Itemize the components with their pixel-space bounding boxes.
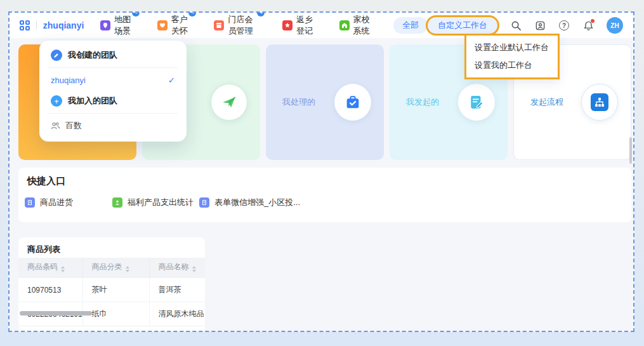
product-table: 商品条码 商品分类 商品名称 10970513 茶叶 普洱茶 xyxy=(18,258,205,326)
team-item-current[interactable]: zhuqianyi ✓ xyxy=(51,74,175,88)
tab-label: 客户关怀 xyxy=(171,14,190,37)
tab-return-registration[interactable]: 返乡登记 xyxy=(282,14,315,37)
tab-label: 门店会员管理 xyxy=(228,14,258,37)
sort-icon[interactable] xyxy=(126,264,129,274)
paper-plane-icon xyxy=(211,84,247,121)
column-header-category[interactable]: 商品分类 xyxy=(82,258,149,278)
quick-link-label: 表单微信增强_小区投... xyxy=(214,197,300,208)
tab-label: 家校系统 xyxy=(353,14,372,37)
briefcase-check-icon xyxy=(334,84,371,121)
cell-name: 清风原木纯品 xyxy=(149,302,205,326)
check-icon: ✓ xyxy=(168,76,175,85)
help-icon[interactable]: ? xyxy=(558,20,570,31)
pencil-circle-icon xyxy=(51,50,62,61)
cell-barcode: 10970513 xyxy=(18,278,82,302)
tab-map-scene[interactable]: 地图场景 ✎ xyxy=(100,14,133,37)
notifications-bell-icon[interactable] xyxy=(582,20,594,31)
customize-workbench-button[interactable]: 自定义工作台 xyxy=(428,17,497,34)
quick-links-title: 快捷入口 xyxy=(27,175,65,187)
table-row[interactable]: 10970513 茶叶 普洱茶 xyxy=(18,278,205,302)
card-label: 我处理的 xyxy=(282,96,315,108)
menu-item-set-my-workbench[interactable]: 设置我的工作台 xyxy=(466,57,558,74)
workspace-name[interactable]: zhuqianyi xyxy=(43,20,84,30)
tab-label: 地图场景 xyxy=(114,14,133,37)
edit-badge-icon: ✎ xyxy=(132,11,140,17)
app-window: zhuqianyi 地图场景 ✎ 客户关怀 ✎ xyxy=(8,11,634,332)
sort-icon[interactable] xyxy=(61,264,65,274)
column-header-barcode[interactable]: 商品条码 xyxy=(18,258,82,278)
screen: zhuqianyi 地图场景 ✎ 客户关怀 ✎ xyxy=(0,0,644,346)
all-apps-pill[interactable]: 全部 xyxy=(393,17,428,34)
map-scene-icon xyxy=(100,20,110,30)
topbar-right-group: 自定义工作台 ? ZH xyxy=(428,17,623,34)
search-icon[interactable] xyxy=(510,20,522,31)
team-name: zhuqianyi xyxy=(51,76,86,85)
person-form-icon xyxy=(112,197,122,208)
vertical-scrollbar[interactable] xyxy=(629,137,632,164)
tab-store-membership[interactable]: 门店会员管理 ✎ xyxy=(214,14,258,37)
edit-badge-icon: ✎ xyxy=(257,11,265,17)
quick-link-wechat-form[interactable]: 表单微信增强_小区投... xyxy=(199,197,300,208)
quick-link-label: 商品进货 xyxy=(40,197,73,208)
plus-circle-icon: + xyxy=(51,95,62,107)
quick-link-welfare-stats[interactable]: 福利产品支出统计 xyxy=(112,197,194,208)
home-school-icon xyxy=(339,20,350,30)
team-switcher-popup: 我创建的团队 zhuqianyi ✓ + 我加入的团队 百数 xyxy=(39,41,187,142)
card-label: 我发起的 xyxy=(406,96,439,108)
user-avatar[interactable]: ZH xyxy=(607,17,623,34)
document-icon xyxy=(199,197,209,208)
team-name: 百数 xyxy=(65,120,82,131)
store-icon xyxy=(214,20,224,30)
tab-customer-care[interactable]: 客户关怀 ✎ xyxy=(157,14,190,37)
workbench-card-my-todo[interactable]: 我处理的 xyxy=(266,44,384,160)
people-icon xyxy=(51,121,60,131)
cell-category: 茶叶 xyxy=(82,278,149,302)
product-list-title: 商品列表 xyxy=(27,244,60,255)
customer-care-icon xyxy=(157,20,168,30)
sort-icon[interactable] xyxy=(192,264,196,274)
divider xyxy=(48,113,178,114)
product-list-card: 商品列表 商品条码 商品分类 商品名称 xyxy=(18,237,205,332)
edit-badge-icon: ✎ xyxy=(188,11,196,17)
tab-label: 返乡登记 xyxy=(296,14,315,37)
created-teams-header: 我创建的团队 xyxy=(51,50,175,61)
apps-grid-icon[interactable] xyxy=(20,20,30,30)
divider xyxy=(48,67,178,68)
notification-dot xyxy=(591,19,595,23)
document-icon xyxy=(25,197,35,208)
doc-edit-icon xyxy=(458,84,495,121)
quick-link-product-purchase[interactable]: 商品进货 xyxy=(25,197,73,208)
quick-links-card: 快捷入口 商品进货 福利产品支出统计 表单微信增强_小区投... xyxy=(18,168,631,222)
tab-home-school[interactable]: 家校系统 xyxy=(339,14,372,37)
contacts-icon[interactable] xyxy=(534,20,546,31)
app-tabs: 地图场景 ✎ 客户关怀 ✎ 门店会员管理 ✎ xyxy=(100,14,372,37)
customize-workbench-menu: 设置企业默认工作台 设置我的工作台 xyxy=(464,34,560,79)
column-header-name[interactable]: 商品名称 xyxy=(149,258,205,278)
horizontal-scrollbar[interactable] xyxy=(20,311,92,316)
cell-name: 普洱茶 xyxy=(149,278,205,302)
cell-category: 纸巾 xyxy=(82,302,149,326)
star-icon xyxy=(282,20,292,30)
card-label: 发起流程 xyxy=(530,96,563,108)
divider xyxy=(36,21,37,30)
quick-link-label: 福利产品支出统计 xyxy=(128,197,194,208)
menu-item-set-enterprise-default[interactable]: 设置企业默认工作台 xyxy=(466,39,558,57)
team-item-joined[interactable]: 百数 xyxy=(51,120,175,131)
joined-teams-header: + 我加入的团队 xyxy=(51,95,175,107)
sitemap-icon xyxy=(581,84,618,121)
